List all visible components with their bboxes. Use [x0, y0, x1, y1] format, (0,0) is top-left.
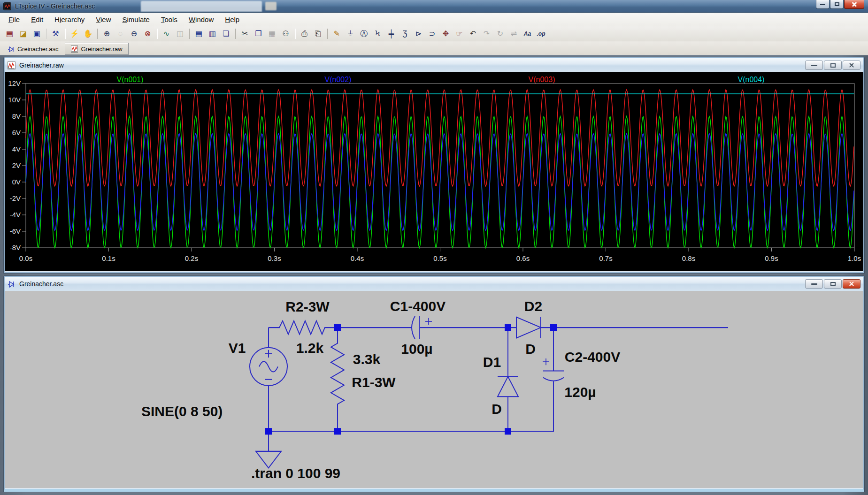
- cascade-windows-button[interactable]: ❏: [220, 28, 232, 39]
- zoom-area-button[interactable]: ⊕: [100, 28, 113, 39]
- spice-directive-button[interactable]: .op: [535, 28, 547, 39]
- trace-label-V(n004)[interactable]: V(n004): [738, 76, 765, 84]
- place-label-button[interactable]: Ⓐ: [358, 28, 370, 39]
- waveform-plot[interactable]: V(n001)V(n002)V(n003)V(n004)12V10V8V6V4V…: [5, 72, 863, 271]
- halt-simulation-button[interactable]: ✋: [82, 28, 94, 39]
- y-tick-label: 10V: [8, 96, 21, 104]
- diode-d2-symbol[interactable]: [508, 317, 553, 338]
- voltage-source-v1-symbol[interactable]: [250, 348, 287, 386]
- toolbar-separator: [97, 29, 98, 39]
- zoom-full-extents-button[interactable]: ⊗: [141, 28, 154, 39]
- label-d1-name[interactable]: D1: [483, 354, 501, 370]
- new-schematic-button[interactable]: ▤: [3, 28, 16, 39]
- wire-r2[interactable]: [269, 321, 338, 334]
- circuit-symbols[interactable]: [250, 316, 564, 468]
- ltspice-app-icon: [3, 2, 11, 10]
- schematic-window-titlebar[interactable]: Greinacher.asc: [5, 277, 863, 291]
- label-d2-value[interactable]: D: [525, 341, 536, 357]
- diode-d1-symbol[interactable]: [498, 377, 518, 397]
- label-r2-value[interactable]: 1.2k: [296, 340, 324, 356]
- place-label-icon: Ⓐ: [361, 30, 368, 38]
- label-r1-name[interactable]: R1-3W: [352, 374, 396, 390]
- rotate-button[interactable]: ↻: [494, 28, 507, 39]
- copy-button[interactable]: ❐: [252, 28, 265, 39]
- waveform-plot-area[interactable]: V(n001)V(n002)V(n003)V(n004)12V10V8V6V4V…: [5, 72, 863, 271]
- menu-hierarchy[interactable]: Hierarchy: [49, 14, 90, 25]
- app-close-button[interactable]: [844, 0, 864, 9]
- draw-wire-button[interactable]: ✎: [330, 28, 343, 39]
- open-file-button[interactable]: ◪: [17, 28, 30, 39]
- control-panel-icon: ⚒: [52, 30, 59, 38]
- label-d1-value[interactable]: D: [492, 401, 502, 417]
- label-c2-value[interactable]: 120µ: [564, 384, 596, 400]
- waveform-minimize-button[interactable]: [805, 61, 823, 70]
- waveform-close-button[interactable]: [843, 61, 860, 70]
- waveform-restore-button[interactable]: [824, 61, 842, 70]
- undo-button[interactable]: ↶: [467, 28, 479, 39]
- plot-settings-button[interactable]: ◫: [174, 28, 186, 39]
- place-component-button[interactable]: ⊃: [426, 28, 438, 39]
- menu-view[interactable]: View: [90, 14, 116, 25]
- x-tick-label: 0.6s: [516, 254, 530, 262]
- label-v1-name[interactable]: V1: [229, 340, 246, 356]
- place-ground-button[interactable]: ⏚: [344, 28, 357, 39]
- document-tab-bar: Greinacher.asc Greinacher.raw: [0, 41, 868, 55]
- schematic-close-button[interactable]: [843, 279, 860, 289]
- label-d2-name[interactable]: D2: [524, 298, 542, 313]
- mdi-workspace: Greinacher.raw V(n001)V(n002)V(n003)V(n0…: [0, 55, 868, 495]
- tab-greinacher-asc[interactable]: Greinacher.asc: [2, 43, 64, 55]
- menu-help[interactable]: Help: [219, 14, 245, 25]
- cut-button[interactable]: ✂: [238, 28, 251, 39]
- mirror-button[interactable]: ⇌: [507, 28, 520, 39]
- trace-label-V(n003)[interactable]: V(n003): [529, 76, 555, 84]
- print-button[interactable]: ⎙: [298, 28, 311, 39]
- toolbar-separator: [235, 29, 236, 39]
- trace-label-V(n001)[interactable]: V(n001): [117, 76, 144, 84]
- label-r2-name[interactable]: R2-3W: [285, 298, 330, 314]
- run-simulation-button[interactable]: ⚡: [68, 28, 81, 39]
- tile-vertically-button[interactable]: ▥: [206, 28, 219, 39]
- label-v1-value[interactable]: SINE(0 8 50): [141, 404, 223, 419]
- y-tick-label: 8V: [12, 112, 21, 120]
- drag-button[interactable]: ☞: [453, 28, 466, 39]
- waveform-window-titlebar[interactable]: Greinacher.raw: [5, 58, 863, 72]
- toolbar-separator: [157, 29, 157, 39]
- label-c2-name[interactable]: C2-400V: [565, 349, 620, 365]
- app-restore-button[interactable]: [830, 0, 844, 9]
- menu-tools[interactable]: Tools: [155, 14, 183, 25]
- schematic-minimize-button[interactable]: [805, 279, 823, 289]
- print-preview-button[interactable]: ⎗: [312, 28, 324, 39]
- schematic-canvas[interactable]: V1 SINE(0 8 50) R2-3W 1.2k 3.3k R1-3W C1…: [5, 291, 863, 488]
- place-diode-button[interactable]: ⊳: [412, 28, 425, 39]
- pan-button[interactable]: ◌: [114, 28, 127, 39]
- tile-horizontally-button[interactable]: ▤: [192, 28, 205, 39]
- paste-button[interactable]: ▦: [266, 28, 278, 39]
- label-c1-name[interactable]: C1-400V: [390, 298, 446, 313]
- menu-simulate[interactable]: Simulate: [117, 14, 155, 25]
- control-panel-button[interactable]: ⚒: [49, 28, 62, 39]
- zoom-back-button[interactable]: ⊖: [128, 28, 140, 39]
- autorange-y-axis-button[interactable]: ∿: [160, 28, 173, 39]
- place-inductor-button[interactable]: Ʒ: [399, 28, 411, 39]
- label-c1-value[interactable]: 100µ: [401, 341, 432, 357]
- place-capacitor-button[interactable]: ╪: [385, 28, 398, 39]
- save-file-button[interactable]: ▣: [31, 28, 43, 39]
- move-button[interactable]: ✥: [439, 28, 452, 39]
- menu-file[interactable]: File: [3, 14, 25, 25]
- wire-r1[interactable]: [331, 327, 344, 431]
- trace-label-V(n002)[interactable]: V(n002): [325, 76, 352, 84]
- menu-edit[interactable]: Edit: [25, 14, 49, 25]
- app-minimize-button[interactable]: [816, 0, 830, 9]
- app-titlebar[interactable]: LTspice IV - Greinacher.asc: [0, 0, 868, 13]
- find-button[interactable]: ⚇: [279, 28, 292, 39]
- schematic-window-title: Greinacher.asc: [19, 280, 63, 288]
- place-resistor-button[interactable]: Ϟ: [371, 28, 384, 39]
- label-spice-directive[interactable]: .tran 0 100 99: [251, 465, 340, 481]
- place-text-button[interactable]: Aa: [521, 28, 534, 39]
- tab-greinacher-raw[interactable]: Greinacher.raw: [65, 43, 128, 55]
- menu-window[interactable]: Window: [183, 14, 219, 25]
- x-tick-label: 0.5s: [433, 254, 446, 262]
- label-r1-value[interactable]: 3.3k: [353, 351, 381, 367]
- schematic-restore-button[interactable]: [824, 279, 842, 289]
- redo-button[interactable]: ↷: [480, 28, 493, 39]
